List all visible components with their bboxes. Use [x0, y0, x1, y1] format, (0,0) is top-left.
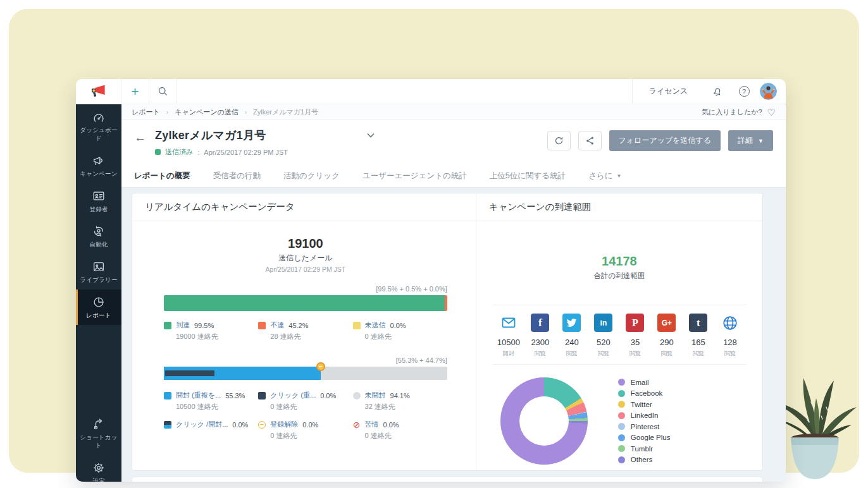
legend-contacts: 0 連絡先 [270, 431, 352, 441]
total-reach-label: 合計の到達範囲 [493, 271, 746, 281]
open-rate-marker[interactable]: − [316, 362, 325, 371]
breadcrumb-item: Zylkerメルマガ1月号 [253, 107, 318, 117]
share-button[interactable] [578, 131, 602, 150]
sidebar-item[interactable]: キャンペーン [76, 148, 121, 183]
sidebar-item[interactable]: ショートカット [76, 412, 121, 455]
user-avatar[interactable] [760, 83, 777, 100]
gear-icon [92, 461, 106, 475]
title-chevron-down-icon[interactable] [367, 133, 375, 138]
search-button[interactable] [149, 79, 177, 104]
legend-contacts: 32 連絡先 [365, 402, 447, 412]
donut-legend-label: Others [631, 456, 653, 463]
donut-legend-dot-icon [618, 445, 625, 452]
legend-label: 到達 [176, 320, 190, 330]
legend-item[interactable]: − 登録解除 0.0% 0 連絡先 [258, 420, 352, 441]
channel-stat[interactable]: G+ 290 閲覧 [651, 314, 683, 358]
legend-swatch-icon [353, 322, 361, 329]
donut-legend-label: Tumblr [631, 445, 653, 453]
delivery-bracket-label: [99.5% + 0.5% + 0.0%] [164, 285, 447, 293]
legend-item[interactable]: 不達 45.2% 28 連絡先 [258, 320, 352, 341]
breadcrumb-item[interactable]: キャンペーンの送信 [175, 107, 239, 117]
donut-legend-item[interactable]: Email [618, 379, 671, 386]
report-tab[interactable]: 上位5位に関する統計 [490, 171, 566, 181]
realtime-panel: リアルタイムのキャンペーンデータ 19100 送信したメール Apr/25/20… [132, 193, 476, 470]
donut-legend-item[interactable]: Facebook [618, 389, 671, 397]
donut-legend-item[interactable]: Google Plus [618, 434, 671, 441]
total-reach-count: 14178 [493, 254, 746, 269]
channel-stat[interactable]: 10500 開封 [493, 314, 524, 358]
legend-item[interactable]: ⊘ 苦情 0.0% 0 連絡先 [353, 420, 447, 441]
details-button[interactable]: 詳細 ▼ [728, 130, 773, 151]
channel-stat[interactable]: in 520 閲覧 [588, 314, 619, 358]
shortcut-icon [92, 417, 106, 431]
legend-item[interactable]: 未開封 94.1% 32 連絡先 [353, 391, 447, 412]
refresh-button[interactable] [547, 131, 571, 150]
legend-swatch-icon: − [258, 421, 266, 429]
help-button[interactable]: ? [731, 79, 757, 104]
license-link[interactable]: ライセンス [632, 79, 704, 104]
refresh-icon [554, 136, 564, 145]
sidebar-item[interactable]: ライブラリー [76, 254, 121, 290]
notifications-button[interactable] [704, 79, 731, 104]
channel-value: 290 [660, 338, 674, 347]
donut-legend-item[interactable]: Pinterest [618, 423, 671, 430]
legend-item[interactable]: クリック /開封... 0.0% [164, 420, 258, 441]
donut-legend-item[interactable]: LinkedIn [618, 412, 671, 419]
report-tab[interactable]: レポートの概要 [134, 171, 190, 181]
donut-legend-item[interactable]: Twitter [618, 401, 671, 408]
heart-icon[interactable]: ♡ [767, 107, 776, 117]
legend-item[interactable]: 開封 (重複を... 55.3% 10500 連絡先 [164, 391, 258, 412]
donut-legend-dot-icon [618, 423, 625, 430]
sidebar-item[interactable]: レポート [76, 290, 121, 325]
legend-item[interactable]: クリック (重... 0.0% 0 連絡先 [258, 391, 352, 412]
legend-percent: 0.0% [320, 392, 336, 400]
details-chevron-down-icon: ▼ [758, 138, 764, 144]
report-tab[interactable]: ユーザーエージェントの統計 [363, 171, 467, 181]
search-icon [158, 86, 168, 97]
sidebar-item-label: ライブラリー [80, 276, 117, 284]
channel-stat[interactable]: t 165 閲覧 [683, 314, 714, 358]
channel-stat[interactable]: P 35 閲覧 [619, 314, 651, 358]
campaigns-logo-icon [90, 84, 107, 99]
next-section-card-stub [132, 477, 763, 482]
sidebar-item[interactable]: 設定 [76, 455, 121, 482]
delivery-status-bar[interactable] [164, 295, 447, 311]
tab-label: ユーザーエージェントの統計 [363, 171, 467, 181]
breadcrumb-item[interactable]: レポート [132, 107, 160, 117]
create-new-button[interactable]: + [121, 79, 149, 104]
realtime-panel-title: リアルタイムのキャンペーンデータ [132, 193, 476, 221]
legend-label: 開封 (重複を... [176, 391, 221, 400]
summary-card: リアルタイムのキャンペーンデータ 19100 送信したメール Apr/25/20… [132, 193, 763, 471]
channel-value: 10500 [497, 338, 520, 347]
app-logo[interactable] [76, 79, 121, 104]
report-tab[interactable]: さらに ▼ [588, 171, 621, 181]
legend-item[interactable]: 到達 99.5% 19000 連絡先 [164, 320, 258, 341]
linkedin-icon: in [594, 314, 612, 332]
channel-stat[interactable]: 240 閲覧 [556, 314, 588, 358]
donut-legend-item[interactable]: Others [618, 456, 671, 463]
channel-stat[interactable]: 128 閲覧 [714, 314, 746, 358]
legend-label: 苦情 [365, 420, 379, 429]
sidebar-item[interactable]: 登録者 [76, 183, 121, 219]
share-icon [585, 136, 595, 145]
campaign-icon [92, 154, 106, 168]
tab-label: 上位5位に関する統計 [490, 171, 566, 181]
report-tab[interactable]: 活動のクリック [283, 171, 340, 181]
googleplus-icon: G+ [657, 314, 676, 332]
donut-legend-item[interactable]: Tumblr [618, 445, 671, 453]
report-tab[interactable]: 受信者の行動 [213, 171, 261, 181]
donut-legend-dot-icon [618, 379, 625, 386]
automation-icon [92, 224, 106, 238]
sidebar-item[interactable]: ダッシュボード [76, 104, 121, 148]
reach-donut-chart[interactable] [500, 377, 588, 465]
back-button[interactable]: ← [134, 131, 146, 143]
sidebar-item[interactable]: 自動化 [76, 219, 121, 254]
legend-item[interactable]: 未送信 0.0% 0 連絡先 [353, 320, 447, 341]
send-followup-button[interactable]: フォローアップを送信する [609, 130, 721, 151]
channel-value: 2300 [531, 338, 549, 347]
open-status-bar[interactable] [164, 367, 447, 380]
channel-stat[interactable]: f 2300 閲覧 [524, 314, 556, 358]
click-inner-bar [165, 370, 214, 376]
main-area: レポート › キャンペーンの送信 › Zylkerメルマガ1月号 気に入りました… [121, 104, 786, 482]
status-separator: : [197, 149, 199, 156]
